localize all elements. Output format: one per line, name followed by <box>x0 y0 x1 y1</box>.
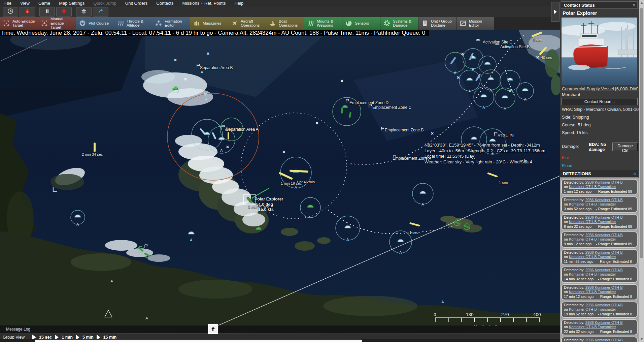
expand-message-log-button[interactable] <box>209 325 217 333</box>
detection-entry[interactable]: Detected by: 29B6 Kontainer OTH-B on Kon… <box>561 249 638 265</box>
map-scale: 0 130 270 400 Nautical miles <box>434 312 542 325</box>
detection-platform-link[interactable]: Kontainer OTH-B Transmitter <box>569 255 616 259</box>
menu-view[interactable]: View <box>16 0 34 6</box>
detections-list: Detected by: 29B6 Kontainer OTH-B on Kon… <box>560 178 639 342</box>
contact-age-label: 1 sec <box>409 230 418 235</box>
detection-sensor-link[interactable]: 29B6 Kontainer OTH-B <box>585 198 623 202</box>
engagement-status-button[interactable] <box>20 7 35 17</box>
svg-text:A: A <box>421 202 424 206</box>
menu-contacts[interactable]: Contacts <box>152 0 178 6</box>
record-button[interactable] <box>56 7 72 17</box>
menu-file[interactable]: File <box>0 0 16 6</box>
time-compression-button[interactable] <box>3 7 18 17</box>
pause-button[interactable] <box>39 7 55 17</box>
boat-operations-button[interactable]: BoatOperations <box>266 17 304 30</box>
systems-gear-icon <box>383 20 391 27</box>
detection-platform-link[interactable]: Kontainer OTH-B Transmitter <box>569 220 616 224</box>
detections-header[interactable]: DETECTIONS » <box>560 170 638 178</box>
detection-sensor-link[interactable]: 29B6 Kontainer OTH-B <box>585 303 623 307</box>
detection-entry[interactable]: Detected by: 29B6 Kontainer OTH-B on Kon… <box>561 302 638 318</box>
menu-missions-ref-points[interactable]: Missions + Ref. Points <box>178 0 230 6</box>
collapse-chevron-icon[interactable]: » <box>631 4 636 6</box>
contact-name: Polar Explorer <box>563 10 597 16</box>
svg-text:A: A <box>468 89 471 93</box>
detection-platform-link[interactable]: Kontainer OTH-B Transmitter <box>569 325 616 329</box>
sidebar-scrollbar-thumb[interactable] <box>640 8 643 258</box>
map-layers-button[interactable] <box>76 7 92 17</box>
detection-sensor-link[interactable]: 29B6 Kontainer OTH-B <box>585 250 623 254</box>
up-arrow-icon <box>211 327 215 331</box>
detection-sensor-link[interactable]: 29B6 Kontainer OTH-B <box>585 180 623 184</box>
horizontal-scrollbar-thumb[interactable] <box>35 340 362 342</box>
speed-15sec-button[interactable]: 15 sec <box>39 335 52 340</box>
group-view-toggle[interactable]: Group View <box>3 335 25 340</box>
svg-text:A: A <box>145 316 148 320</box>
detection-platform-link[interactable]: Kontainer OTH-B Transmitter <box>569 290 616 294</box>
contact-category: Merchant <box>562 92 580 97</box>
formation-editor-button[interactable]: FormationEditor <box>152 17 190 30</box>
svg-text:A: A <box>76 222 79 226</box>
detection-sensor-link[interactable]: 29B6 Kontainer OTH-B <box>585 215 623 219</box>
detection-entry[interactable]: Detected by: 29B6 Kontainer OTH-B on Kon… <box>561 284 638 300</box>
detection-entry[interactable]: Detected by: 29B6 Kontainer OTH-B on Kon… <box>561 319 638 335</box>
collapse-chevron-icon[interactable]: » <box>631 172 636 175</box>
contact-class-link[interactable]: Commercial Supply Vessel [6,000t DWT] <box>562 86 638 91</box>
zone-label: Separation Area A <box>226 127 259 132</box>
menu-game[interactable]: Game <box>34 0 55 6</box>
svg-text:A: A <box>206 144 208 148</box>
boat-icon <box>269 20 277 27</box>
detection-entry[interactable]: Detected by: 29B6 Kontainer OTH-B on Kon… <box>561 179 638 195</box>
mounts-weapons-button[interactable]: Mounts &Weapons <box>304 17 342 30</box>
detection-entry[interactable]: Detected by: 29B6 Kontainer OTH-B on Kon… <box>561 231 638 248</box>
speed-15min-button[interactable]: 15 min <box>103 335 117 340</box>
detection-sensor-link[interactable]: 29B6 Kontainer OTH-B <box>585 268 623 272</box>
clock-icon <box>7 8 13 15</box>
detection-entry[interactable]: Detected by: 29B6 Kontainer OTH-B on Kon… <box>561 267 638 283</box>
aircraft-operations-button[interactable]: AircraftOperations <box>228 17 266 30</box>
message-log-bar[interactable]: Message Log <box>0 325 560 333</box>
detection-platform-link[interactable]: Kontainer OTH-B Transmitter <box>569 272 616 276</box>
magazines-button[interactable]: Magazines <box>190 17 228 30</box>
detection-entry[interactable]: Detected by: 29B6 Kontainer OTH-B on Kon… <box>561 214 638 230</box>
speed-1min-button[interactable]: 1 min <box>62 335 73 340</box>
sensors-button[interactable]: Sensors <box>342 17 380 30</box>
sidebar-expander-button[interactable] <box>551 2 560 22</box>
scroll-down-icon[interactable] <box>640 338 643 340</box>
manual-engage-icon <box>40 20 48 27</box>
mission-editor-button[interactable]: MissionEditor <box>456 17 495 30</box>
scroll-up-icon[interactable] <box>640 2 643 4</box>
menu-help[interactable]: Help <box>230 0 248 6</box>
menu-map-settings[interactable]: Map Settings <box>55 0 89 6</box>
unit-toolbar: Auto EngageTarget ManualEngage Target Pl… <box>0 17 560 30</box>
jump-to-button[interactable] <box>93 7 108 17</box>
detection-sensor-link[interactable]: 29B6 Kontainer OTH-B <box>585 233 623 237</box>
jump-arrow-icon <box>98 8 104 15</box>
contact-status-header[interactable]: Contact Status » <box>561 1 638 9</box>
detection-platform-link[interactable]: Kontainer OTH-B Transmitter <box>569 237 616 241</box>
menu-unit-orders[interactable]: Unit Orders <box>121 0 152 6</box>
sidebar-scrollbar[interactable] <box>639 0 644 342</box>
contact-report-button[interactable]: Contact Report... <box>562 98 638 105</box>
damage-ctrl-button[interactable]: Damage Ctrl <box>613 143 638 151</box>
detection-platform-link[interactable]: Kontainer OTH-B Transmitter <box>569 185 616 189</box>
detection-platform-link[interactable]: Kontainer OTH-B Transmitter <box>569 307 616 311</box>
magazines-icon <box>193 20 201 27</box>
detection-entry[interactable]: Detected by: 29B6 Kontainer OTH-B on Kon… <box>561 337 638 342</box>
throttle-icon <box>116 20 125 27</box>
speed-5min-button[interactable]: 5 min <box>82 335 94 340</box>
auto-engage-target-button[interactable]: Auto EngageTarget <box>0 17 38 30</box>
svg-text:A: A <box>190 238 193 242</box>
detection-sensor-link[interactable]: 29B6 Kontainer OTH-B <box>585 285 623 289</box>
throttle-altitude-button[interactable]: Throttle &Altitude <box>114 17 152 30</box>
detection-platform-link[interactable]: Kontainer OTH-B Transmitter <box>569 202 616 206</box>
detection-entry[interactable]: Detected by: 29B6 Kontainer OTH-B on Kon… <box>561 196 638 213</box>
tactical-map[interactable]: ×× ×× ×× ×× ×× × AA AA AA AA AA AA AA AA… <box>0 30 560 325</box>
detection-sensor-link[interactable]: 29B6 Kontainer OTH-B <box>585 338 623 342</box>
zone-label: Activation Site B <box>500 44 530 49</box>
systems-damage-button[interactable]: Systems &Damage <box>380 17 418 30</box>
manual-engage-target-button[interactable]: ManualEngage Target <box>38 17 76 30</box>
plot-course-button[interactable]: Plot Course <box>76 17 114 30</box>
detection-sensor-link[interactable]: 29B6 Kontainer OTH-B <box>585 320 623 324</box>
unit-group-doctrine-button[interactable]: Unit / GroupDoctrine <box>418 17 456 30</box>
contact-age-label: 2 min 34 sec <box>82 152 103 156</box>
